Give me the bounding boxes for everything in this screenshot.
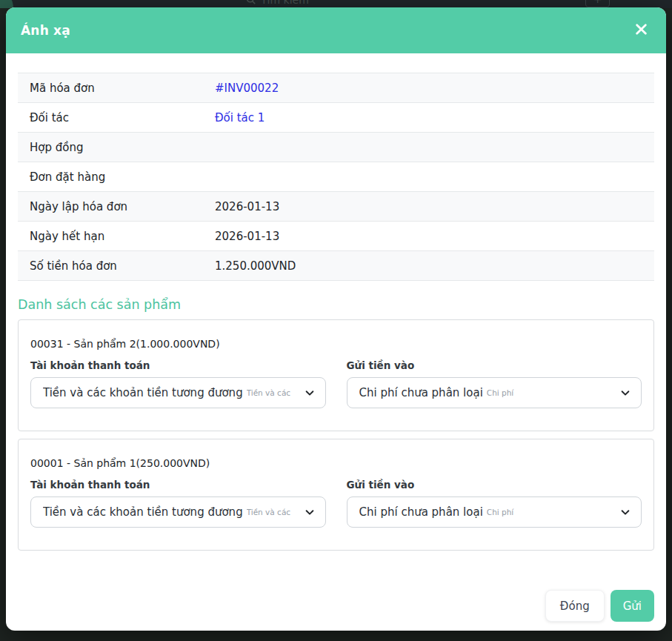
table-row: Ngày hết hạn 2026-01-13 — [18, 222, 654, 251]
deposit-to-select[interactable]: Chi phí chưa phân loại Chi phí — [347, 496, 642, 528]
modal-footer: Đóng Gửi — [6, 590, 666, 631]
table-row: Ngày lập hóa đơn 2026-01-13 — [18, 192, 654, 222]
chevron-down-icon — [305, 507, 315, 517]
row-label: Ngày hết hạn — [18, 230, 203, 243]
background-add-button: + — [585, 0, 610, 7]
payment-account-label: Tài khoản thanh toán — [30, 479, 326, 491]
chevron-down-icon — [620, 388, 631, 398]
chevron-down-icon — [620, 507, 631, 517]
plus-icon: + — [593, 0, 602, 5]
row-label: Ngày lập hóa đơn — [18, 200, 203, 213]
product-card: 00031 - Sản phẩm 2(1.000.000VND) Tài kho… — [18, 319, 654, 431]
background-search-bar: Tìm kiếm — [246, 0, 309, 7]
table-row: Số tiền hóa đơn 1.250.000VND — [18, 251, 654, 281]
payment-account-select[interactable]: Tiền và các khoản tiền tương đương Tiền … — [30, 496, 326, 528]
product-title: 00031 - Sản phẩm 2(1.000.000VND) — [30, 338, 642, 350]
mapping-modal: Ánh xạ Mã hóa đơn #INV00022 Đối tác Đối … — [6, 7, 666, 631]
payment-account-label: Tài khoản thanh toán — [30, 359, 326, 371]
select-value: Tiền và các khoản tiền tương đương — [43, 386, 243, 399]
row-label: Mã hóa đơn — [18, 82, 203, 95]
deposit-to-select[interactable]: Chi phí chưa phân loại Chi phí — [347, 377, 642, 408]
product-card: 00001 - Sản phẩm 1(250.000VND) Tài khoản… — [18, 439, 654, 551]
row-label: Hợp đồng — [18, 141, 203, 154]
row-label: Số tiền hóa đơn — [18, 259, 203, 273]
modal-body: Mã hóa đơn #INV00022 Đối tác Đối tác 1 H… — [6, 53, 666, 590]
product-title: 00001 - Sản phẩm 1(250.000VND) — [30, 457, 642, 469]
products-heading: Danh sách các sản phẩm — [18, 297, 654, 312]
deposit-to-label: Gửi tiền vào — [347, 359, 642, 371]
table-row: Hợp đồng — [18, 133, 654, 162]
submit-button[interactable]: Gửi — [611, 590, 654, 622]
select-value: Chi phí chưa phân loại — [359, 505, 483, 519]
deposit-to-label: Gửi tiền vào — [347, 479, 642, 491]
table-row: Đơn đặt hàng — [18, 162, 654, 192]
select-value: Chi phí chưa phân loại — [359, 386, 483, 399]
select-hint: Tiền và các — [247, 508, 299, 517]
table-row: Mã hóa đơn #INV00022 — [18, 73, 654, 103]
modal-header: Ánh xạ — [6, 7, 666, 53]
invoice-details-table: Mã hóa đơn #INV00022 Đối tác Đối tác 1 H… — [18, 73, 654, 281]
background-search-label: Tìm kiếm — [261, 0, 309, 6]
row-value: 2026-01-13 — [203, 200, 279, 213]
select-hint: Chi phí — [487, 508, 614, 517]
backdrop-accent-shape — [0, 0, 13, 8]
select-hint: Chi phí — [487, 388, 614, 397]
row-value: 2026-01-13 — [203, 230, 279, 243]
modal-title: Ánh xạ — [21, 23, 70, 38]
close-footer-button[interactable]: Đóng — [545, 590, 605, 622]
payment-account-select[interactable]: Tiền và các khoản tiền tương đương Tiền … — [30, 377, 326, 408]
row-label: Đơn đặt hàng — [18, 170, 203, 184]
search-icon — [246, 0, 256, 7]
close-icon — [635, 23, 648, 38]
table-row: Đối tác Đối tác 1 — [18, 103, 654, 133]
chevron-down-icon — [305, 388, 315, 398]
row-value: 1.250.000VND — [203, 259, 296, 273]
row-label: Đối tác — [18, 111, 203, 124]
invoice-code-link[interactable]: #INV00022 — [203, 82, 279, 95]
select-hint: Tiền và các — [247, 388, 299, 397]
partner-link[interactable]: Đối tác 1 — [203, 111, 265, 124]
close-button[interactable] — [631, 20, 651, 41]
select-value: Tiền và các khoản tiền tương đương — [43, 505, 243, 519]
